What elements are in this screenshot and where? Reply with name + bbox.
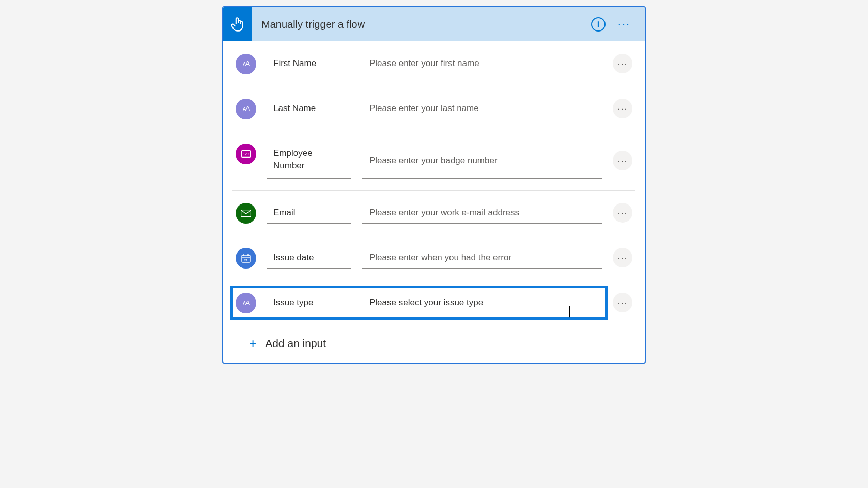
- card-body: AA ··· AA ··· 123 ···: [223, 41, 645, 363]
- add-input-label: Add an input: [265, 337, 326, 350]
- input-description-field[interactable]: [362, 292, 602, 313]
- input-description-field[interactable]: [362, 247, 602, 269]
- row-more-button[interactable]: ···: [613, 99, 632, 118]
- text-type-icon: AA: [236, 99, 256, 119]
- row-more-button[interactable]: ···: [613, 293, 632, 312]
- text-type-icon: AA: [236, 293, 256, 313]
- number-type-icon: 123: [236, 144, 256, 164]
- add-input-button[interactable]: + Add an input: [233, 325, 636, 363]
- input-name-field[interactable]: [267, 98, 351, 119]
- manual-trigger-icon: [229, 15, 246, 33]
- plus-icon: +: [249, 337, 257, 350]
- input-row-issue-date: 21 ···: [233, 235, 636, 280]
- date-type-icon: 21: [236, 248, 256, 269]
- text-type-icon: AA: [236, 54, 256, 74]
- svg-text:123: 123: [243, 152, 249, 156]
- trigger-card: Manually trigger a flow i ··· AA ··· AA …: [222, 6, 646, 364]
- card-more-button[interactable]: ···: [617, 17, 631, 32]
- row-more-button[interactable]: ···: [613, 54, 632, 73]
- row-more-button[interactable]: ···: [613, 151, 632, 170]
- row-more-button[interactable]: ···: [613, 203, 632, 223]
- input-name-field[interactable]: [267, 247, 351, 269]
- input-name-field[interactable]: [267, 143, 351, 179]
- input-name-field[interactable]: [267, 202, 351, 224]
- email-type-icon: [236, 203, 256, 224]
- input-row-last-name: AA ···: [233, 86, 636, 131]
- row-more-button[interactable]: ···: [613, 248, 632, 267]
- trigger-icon-tile: [223, 7, 252, 41]
- input-name-field[interactable]: [267, 292, 351, 313]
- input-description-field[interactable]: [362, 53, 602, 74]
- input-row-email: ···: [233, 191, 636, 235]
- input-row-employee-number: 123 ···: [233, 131, 636, 191]
- input-row-issue-type: AA ···: [233, 280, 636, 325]
- input-name-field[interactable]: [267, 53, 351, 74]
- card-title: Manually trigger a flow: [252, 19, 591, 30]
- svg-text:21: 21: [244, 259, 248, 262]
- info-button[interactable]: i: [591, 17, 606, 32]
- input-description-field[interactable]: [362, 202, 602, 224]
- input-description-field[interactable]: [362, 98, 602, 119]
- card-header: Manually trigger a flow i ···: [223, 7, 645, 41]
- input-description-field[interactable]: [362, 143, 602, 179]
- input-row-first-name: AA ···: [233, 41, 636, 86]
